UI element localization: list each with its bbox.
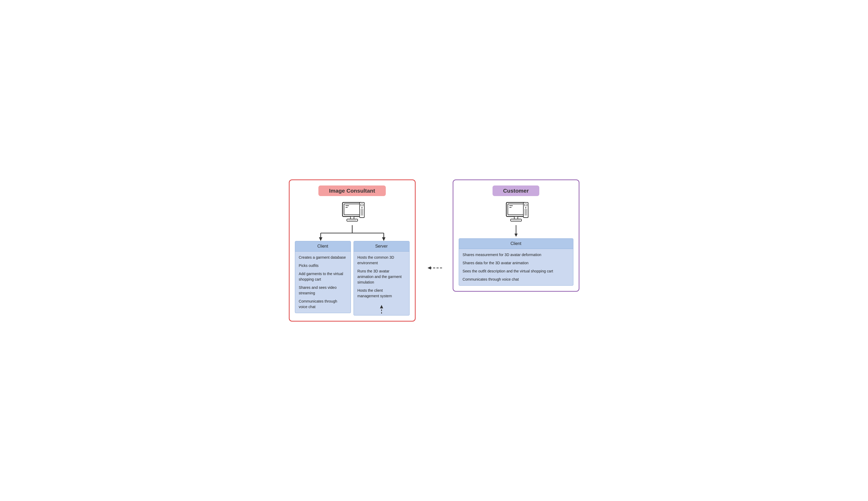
server-upward-arrow-svg <box>378 303 386 314</box>
consultant-server-content: Hosts the common 3D environment Runs the… <box>354 252 409 302</box>
customer-badge: Customer <box>493 185 539 196</box>
svg-rect-50 <box>524 204 527 205</box>
consultant-branch-arrows <box>295 225 409 241</box>
customer-client-sub-box: Client Shares measurement for 3D avatar … <box>459 238 574 286</box>
customer-client-item-2: Shares data for the 3D avatar animation <box>463 260 569 266</box>
customer-client-item-3: Sees the outfit description and the virt… <box>463 268 569 274</box>
customer-arrow-wrapper <box>459 225 574 238</box>
consultant-computer-icon-wrapper <box>295 201 409 225</box>
branch-arrows-svg <box>295 225 409 241</box>
consultant-server-item-3: Hosts the client management system <box>357 288 406 299</box>
svg-point-17 <box>361 207 362 208</box>
svg-marker-29 <box>382 237 385 241</box>
customer-down-arrow-svg <box>512 225 520 238</box>
consultant-server-box: Server Hosts the common 3D environment R… <box>354 241 409 316</box>
svg-marker-59 <box>514 234 518 237</box>
customer-client-box: Client Shares measurement for 3D avatar … <box>459 238 574 286</box>
center-connector-area <box>426 264 442 272</box>
customer-client-header: Client <box>459 238 573 249</box>
diagram-container: Image Consultant <box>289 179 579 322</box>
consultant-badge: Image Consultant <box>318 185 386 196</box>
consultant-client-item-1: Creates a garment database <box>299 255 347 260</box>
svg-marker-33 <box>428 266 431 269</box>
consultant-client-item-4: Shares and sees video streaming <box>299 285 347 296</box>
consultant-computer-icon <box>339 201 365 225</box>
svg-marker-31 <box>380 305 383 308</box>
svg-rect-40 <box>514 216 518 219</box>
server-bottom-arrow-wrapper <box>354 303 409 314</box>
customer-client-item-1: Shares measurement for 3D avatar deforma… <box>463 252 569 258</box>
consultant-client-item-3: Add garments to the virtual shopping car… <box>299 271 347 282</box>
consultant-title-area: Image Consultant <box>295 185 409 196</box>
consultant-client-box: Client Creates a garment database Picks … <box>295 241 351 313</box>
dashed-arrow-connector-svg <box>426 264 442 272</box>
customer-client-item-4: Communicates through voice chat <box>463 277 569 282</box>
consultant-server-header: Server <box>354 241 409 252</box>
customer-client-content: Shares measurement for 3D avatar deforma… <box>459 249 573 285</box>
consultant-server-item-1: Hosts the common 3D environment <box>357 255 406 266</box>
customer-computer-icon <box>503 201 529 225</box>
consultant-sub-boxes-row: Client Creates a garment database Picks … <box>295 241 409 316</box>
consultant-client-content: Creates a garment database Picks outfits… <box>295 252 351 313</box>
svg-point-51 <box>525 207 526 208</box>
svg-rect-16 <box>361 204 363 205</box>
consultant-panel: Image Consultant <box>289 179 416 322</box>
svg-rect-6 <box>350 216 354 219</box>
consultant-client-header: Client <box>295 241 351 252</box>
svg-marker-27 <box>319 237 322 241</box>
customer-computer-icon-wrapper <box>459 201 574 225</box>
customer-title-area: Customer <box>459 185 574 196</box>
customer-panel: Customer <box>453 179 579 292</box>
consultant-client-item-2: Picks outfits <box>299 263 347 268</box>
consultant-server-item-2: Runs the 3D avatar animation and the gar… <box>357 268 406 285</box>
consultant-client-item-5: Communicates through voice chat <box>299 299 347 310</box>
